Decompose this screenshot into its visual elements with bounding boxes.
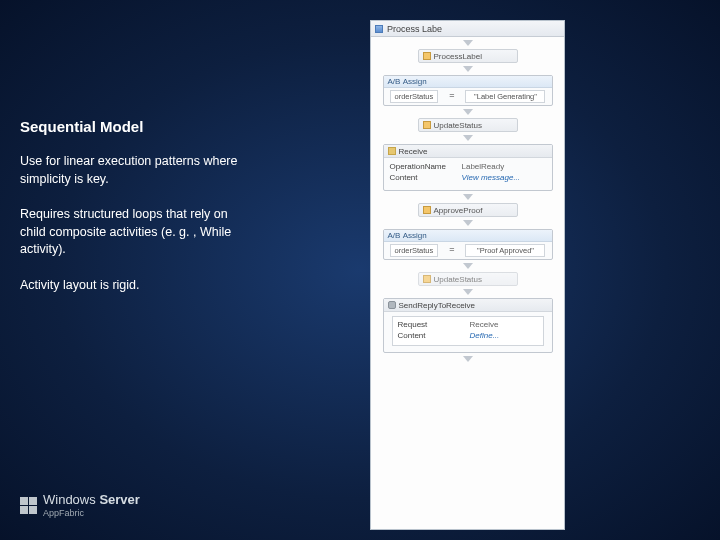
flow-arrow-icon <box>463 289 473 295</box>
flow-arrow-icon <box>463 135 473 141</box>
brand-text: Windows Server <box>43 492 140 507</box>
brand-logo: Windows Server AppFabric <box>20 492 140 518</box>
paragraph-2: Requires structured loops that rely on c… <box>20 206 240 259</box>
windows-flag-icon <box>20 497 37 514</box>
assign-value[interactable]: "Label Generating" <box>465 90 545 103</box>
brand-sub: AppFabric <box>43 508 140 518</box>
flow-arrow-icon <box>463 194 473 200</box>
folder-icon <box>423 206 431 214</box>
op-val: LabelReady <box>462 162 505 171</box>
activity-label: SendReplyToReceive <box>399 301 476 310</box>
receive-icon <box>388 147 396 155</box>
activity-label: ApproveProof <box>434 206 483 215</box>
workflow-title: Process Labe <box>387 24 442 34</box>
receive-activity[interactable]: Receive OperationName LabelReady Content… <box>383 144 553 191</box>
assign-target[interactable]: orderStatus <box>390 244 439 257</box>
send-icon <box>388 301 396 309</box>
folder-icon <box>423 52 431 60</box>
activity-label: ProcessLabel <box>434 52 482 61</box>
sendreply-activity[interactable]: SendReplyToReceive Request Receive Conte… <box>383 298 553 353</box>
flow-arrow-icon <box>463 109 473 115</box>
flow-arrow-icon <box>463 66 473 72</box>
flow-arrow-icon <box>463 40 473 46</box>
assign-activity-2[interactable]: A/B Assign orderStatus = "Proof Approved… <box>383 229 553 260</box>
assign-activity-1[interactable]: A/B Assign orderStatus = "Label Generati… <box>383 75 553 106</box>
request-key: Request <box>398 320 466 329</box>
flow-arrow-icon <box>463 356 473 362</box>
activity-label: Receive <box>399 147 428 156</box>
flow-arrow-icon <box>463 220 473 226</box>
content-link[interactable]: View message... <box>462 173 521 182</box>
assign-header: A/B Assign <box>384 76 552 88</box>
content-key: Content <box>398 331 466 340</box>
activity-label: UpdateStatus <box>434 275 482 284</box>
assign-target[interactable]: orderStatus <box>390 90 439 103</box>
workflow-designer: Process Labe ProcessLabel A/B Assign ord… <box>370 20 565 530</box>
op-key: OperationName <box>390 162 458 171</box>
update-status-activity-2[interactable]: UpdateStatus <box>418 272 518 286</box>
workflow-titlebar: Process Labe <box>371 21 564 37</box>
activity-label: UpdateStatus <box>434 121 482 130</box>
folder-icon <box>423 121 431 129</box>
assign-value[interactable]: "Proof Approved" <box>465 244 545 257</box>
approve-proof-activity[interactable]: ApproveProof <box>418 203 518 217</box>
assign-header: A/B Assign <box>384 230 552 242</box>
request-val: Receive <box>470 320 499 329</box>
update-status-activity[interactable]: UpdateStatus <box>418 118 518 132</box>
workflow-icon <box>375 25 383 33</box>
content-link[interactable]: Define... <box>470 331 500 340</box>
paragraph-1: Use for linear execution patterns where … <box>20 153 240 188</box>
slide-title: Sequential Model <box>20 118 240 135</box>
equals: = <box>449 244 454 257</box>
paragraph-3: Activity layout is rigid. <box>20 277 240 295</box>
content-key: Content <box>390 173 458 182</box>
flow-arrow-icon <box>463 263 473 269</box>
equals: = <box>449 90 454 103</box>
folder-icon <box>423 275 431 283</box>
process-label-activity[interactable]: ProcessLabel <box>418 49 518 63</box>
